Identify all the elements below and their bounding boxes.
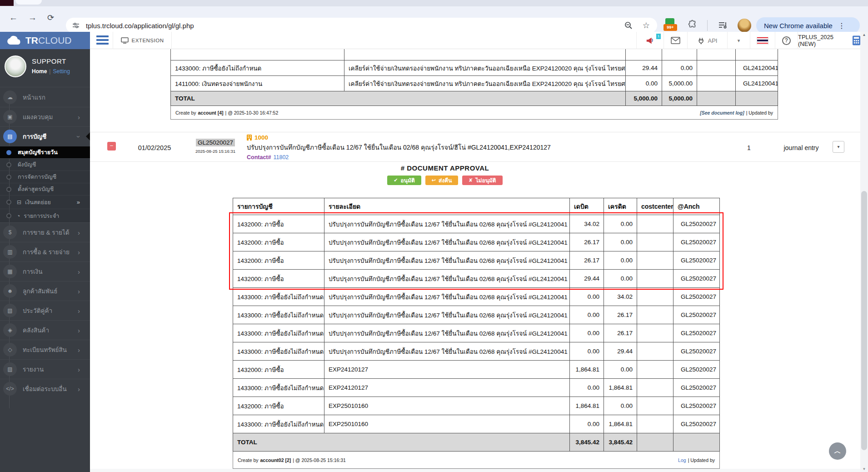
question-icon: ? (782, 36, 791, 45)
reading-list-icon[interactable] (718, 20, 729, 31)
active-page-marker (86, 132, 90, 141)
home-link[interactable]: Home (32, 68, 47, 75)
table-row: 1433000: ภาษีซื้อยังไม่ถึงกำหนดปรับปรุงก… (233, 324, 720, 342)
company-selector[interactable]: TPLUS_2025 (NEW) (798, 32, 860, 49)
calendar-icon: ▦ (3, 265, 17, 278)
reject-button[interactable]: ✘ไม่อนุมัติ (462, 176, 502, 185)
entry-timestamp: 2025-08-25 15:16:31 (194, 149, 237, 154)
sidebar-item-asset-register[interactable]: ◇ทะเบียนทรัพย์สิน› (0, 340, 90, 359)
entry-type: journal entry (774, 144, 828, 151)
card-icon: ⊟ (17, 199, 21, 206)
site-settings-icon[interactable] (72, 22, 80, 29)
cell-ref: GL25020027 (673, 233, 720, 251)
user-avatar[interactable] (5, 55, 26, 77)
sidebar-toggle-icon[interactable] (96, 35, 109, 46)
chevron-right-icon: › (78, 268, 80, 276)
table-row: 1432000: ภาษีซื้อปรับปรุงการบันทึกบัญชีภ… (233, 251, 720, 270)
sidebar-item-recurring[interactable]: ◔รายการประจำ (0, 209, 90, 222)
cloud-icon: ☁ (3, 90, 17, 104)
scrollbar-up-arrow[interactable]: ▲ (860, 33, 868, 37)
browser-menu-icon[interactable]: ⋮ (838, 21, 845, 30)
sidebar-item-chart-of-accounts[interactable]: ผังบัญชี (0, 158, 90, 171)
sidebar-item-partner-history[interactable]: ▧ประวัติคู่ค้า› (0, 301, 90, 320)
sidebar-item-customer-relations[interactable]: ☻ลูกค้าสัมพันธ์› (0, 281, 90, 301)
approve-button[interactable]: ✔อนุมัติ (387, 176, 421, 185)
announcement-button[interactable]: 1 (636, 32, 663, 49)
account-code-badge[interactable]: 1000 (254, 134, 268, 141)
sidebar-item-accounting[interactable]: ▤การบัญชี› (0, 126, 90, 146)
previous-document-table: 1433000: ภาษีซื้อยังไม่ถึงกำหนดเคลียร์ค่… (170, 49, 778, 120)
chevron-right-icon: › (78, 385, 80, 393)
megaphone-icon (645, 36, 655, 45)
document-number[interactable]: GL25020027 (196, 139, 235, 146)
sidebar-item-dashboard[interactable]: ▣แผงควบคุม› (0, 107, 90, 126)
see-document-log-link[interactable]: [See document log] (700, 110, 744, 115)
table-row: 1433000: ภาษีซื้อยังไม่ถึงกำหนดEXP241201… (233, 379, 720, 397)
sidebar-item-sales-income[interactable]: $การขาย & รายได้› (0, 222, 90, 242)
cell-credit: 5,000.00 (662, 76, 697, 91)
cell-description: เคลียร์ค่าใช้จ่าย/เงินทดรองจ่ายพนักงาน ท… (344, 76, 626, 91)
bullet-icon (6, 213, 11, 218)
forward-icon[interactable]: → (28, 13, 37, 23)
sidebar-item-purchase-expense[interactable]: ▥การซื้อ & รายจ่าย› (0, 242, 90, 261)
table-header-row: รายการบัญชี รายละเอียด เดบิต เครดิต cost… (233, 198, 720, 215)
sidebar-item-inventory[interactable]: ◈คลังสินค้า› (0, 320, 90, 340)
entry-actions-dropdown[interactable]: ▾ (833, 141, 844, 153)
cell-credit: 1,864.81 (604, 415, 637, 433)
sidebar-item-label: แผงควบคุม (23, 112, 53, 122)
cell-account: 1433000: ภาษีซื้อยังไม่ถึงกำหนด (233, 342, 324, 361)
extension-notification-badge[interactable]: 99+ (663, 18, 677, 33)
scrollbar-down-arrow[interactable]: ▼ (860, 467, 868, 471)
envelope-icon (671, 37, 680, 44)
scroll-to-top-button[interactable]: ︿ (829, 442, 846, 460)
cell-ref: GL25020027 (673, 379, 720, 397)
mail-button[interactable] (663, 32, 687, 49)
profile-avatar[interactable] (738, 19, 751, 32)
cell-ref: GL25020027 (673, 306, 720, 324)
building-icon (247, 135, 252, 141)
setting-link[interactable]: Setting (53, 68, 70, 75)
cell-credit: 0.00 (662, 60, 697, 76)
sidebar-item-label: สมุดบัญชีรายวัน (18, 148, 58, 157)
sidebar-item-daily-journal[interactable]: สมุดบัญชีรายวัน (0, 146, 90, 158)
table-row: 1432000: ภาษีซื้อปรับปรุงการบันทึกบัญชีภ… (233, 233, 720, 251)
reload-icon[interactable]: ⟳ (47, 13, 54, 23)
sidebar-item-label: หน้าแรก (23, 92, 45, 102)
cell-ref: GL25020027 (673, 251, 720, 270)
cell-credit: 26.17 (604, 306, 637, 324)
cell-credit: 0.00 (604, 361, 637, 379)
header-dropdown-button[interactable]: ▾ (727, 32, 750, 49)
notification-count-badge: 1 (656, 34, 661, 39)
scrollbar-thumb[interactable] (861, 191, 867, 450)
sidebar-item-home[interactable]: ☁หน้าแรก (0, 87, 90, 107)
help-button[interactable]: ? (775, 32, 798, 49)
language-button[interactable] (750, 32, 775, 49)
update-chrome-button[interactable]: New Chrome available ⋮ (756, 17, 860, 34)
zoom-out-icon[interactable] (624, 21, 633, 30)
vertical-scrollbar[interactable]: ▲ ▼ (860, 32, 868, 472)
return-button[interactable]: ↩ส่งคืน (425, 176, 459, 185)
extensions-puzzle-icon[interactable] (688, 20, 698, 30)
report-icon: ▨ (3, 362, 17, 376)
sidebar: SUPPORT Home|Setting ☁หน้าแรก▣แผงควบคุม›… (0, 49, 90, 472)
sidebar-item-integrations[interactable]: </>เชื่อมต่อระบบอื่น› (0, 379, 90, 398)
sidebar-item-petty-cash[interactable]: ⊟เงินสดย่อย» (0, 195, 90, 209)
cell-credit: 0.00 (604, 215, 637, 233)
sidebar-item-finance[interactable]: ▦การเงิน› (0, 261, 90, 281)
sidebar-item-reports[interactable]: ▨รายงาน› (0, 359, 90, 379)
cell-costcenter (697, 76, 736, 91)
collapse-entry-button[interactable]: − (107, 142, 116, 151)
bullet-icon (6, 187, 11, 192)
bookmark-star-icon[interactable]: ☆ (643, 20, 650, 30)
log-link[interactable]: Log (678, 457, 686, 463)
sidebar-item-label: ตั้งค่าสูตรบัญชี (18, 185, 54, 194)
url-text[interactable]: tplus.trcloud.co/application/gl/gl.php (86, 22, 194, 30)
trcloud-logo[interactable]: TRCLOUD (0, 32, 90, 49)
contact-id-link[interactable]: 11802 (273, 154, 289, 161)
sidebar-item-account-management[interactable]: การจัดการบัญชี (0, 171, 90, 183)
back-icon[interactable]: ← (9, 13, 18, 23)
extension-button[interactable]: EXTENSION (113, 32, 172, 49)
api-button[interactable]: API (687, 32, 727, 49)
sidebar-item-account-formula[interactable]: ตั้งค่าสูตรบัญชี (0, 183, 90, 195)
address-bar[interactable]: tplus.trcloud.co/application/gl/gl.php ☆ (66, 18, 657, 33)
